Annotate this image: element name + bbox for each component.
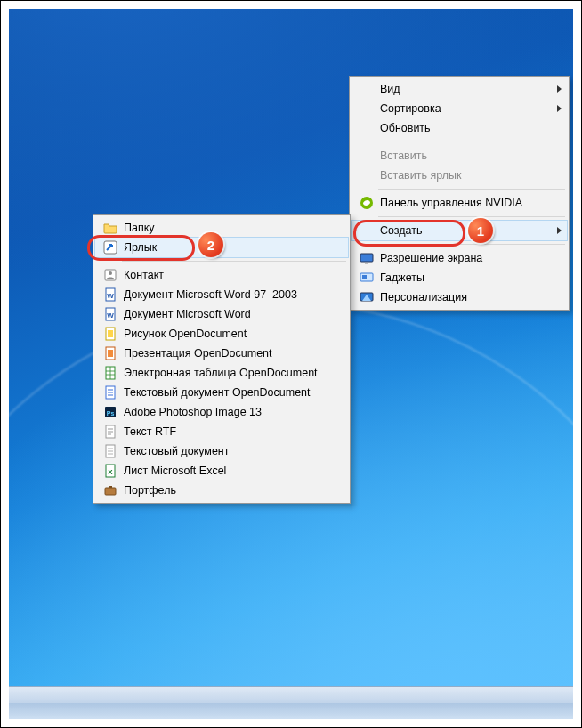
svg-rect-16 xyxy=(108,350,113,357)
submenu-item-word97[interactable]: W Документ Microsoft Word 97–2003 xyxy=(95,285,348,304)
submenu-item-label: Контакт xyxy=(120,269,164,281)
submenu-item-word[interactable]: W Документ Microsoft Word xyxy=(95,304,348,324)
menu-item-label: Вставить ярлык xyxy=(376,169,462,182)
submenu-item-label: Текстовый документ xyxy=(120,445,230,457)
submenu-item-od-draw[interactable]: Рисунок OpenDocument xyxy=(95,324,348,344)
svg-rect-26 xyxy=(109,486,112,488)
submenu-item-txt[interactable]: Текстовый документ xyxy=(95,441,348,461)
svg-rect-2 xyxy=(365,263,368,264)
submenu-item-od-pres[interactable]: Презентация OpenDocument xyxy=(95,344,348,363)
submenu-item-label: Папку xyxy=(120,222,155,234)
menu-item-label: Создать xyxy=(376,224,423,237)
submenu-item-xls[interactable]: X Лист Microsoft Excel xyxy=(95,461,348,481)
opendocument-spreadsheet-icon xyxy=(103,366,117,380)
submenu-item-label: Документ Microsoft Word 97–2003 xyxy=(120,288,297,301)
submenu-arrow-icon xyxy=(557,105,562,112)
svg-rect-1 xyxy=(360,254,373,262)
nvidia-icon xyxy=(360,196,374,210)
menu-item-personalization[interactable]: Персонализация xyxy=(352,287,567,307)
submenu-item-label: Электронная таблица OpenDocument xyxy=(120,367,318,379)
submenu-arrow-icon xyxy=(557,227,562,234)
opendocument-drawing-icon xyxy=(103,327,117,341)
submenu-item-od-text[interactable]: Текстовый документ OpenDocument xyxy=(95,383,348,402)
menu-item-paste-shortcut: Вставить ярлык xyxy=(352,166,567,185)
menu-item-refresh[interactable]: Обновить xyxy=(352,118,567,138)
menu-separator xyxy=(122,261,346,262)
menu-item-gadgets[interactable]: Гаджеты xyxy=(352,268,567,287)
menu-item-label: Обновить xyxy=(376,122,431,134)
menu-item-label: Персонализация xyxy=(376,291,467,303)
menu-item-nvidia[interactable]: Панель управления NVIDIA xyxy=(352,193,567,213)
menu-separator xyxy=(378,142,565,142)
menu-item-label: Сортировка xyxy=(376,102,441,115)
rtf-icon xyxy=(103,425,117,439)
svg-text:W: W xyxy=(107,311,114,320)
submenu-arrow-icon xyxy=(557,85,562,93)
contact-icon xyxy=(103,268,117,282)
submenu-item-label: Портфель xyxy=(120,484,176,497)
menu-item-view[interactable]: Вид xyxy=(352,79,567,99)
desktop[interactable]: Вид Сортировка Обновить Вставить Вставит… xyxy=(9,9,573,719)
briefcase-icon xyxy=(103,483,117,497)
menu-item-label: Панель управления NVIDIA xyxy=(376,197,522,209)
submenu-item-shortcut[interactable]: Ярлык xyxy=(95,238,348,257)
submenu-item-label: Ярлык xyxy=(120,241,157,254)
menu-item-label: Вид xyxy=(376,83,400,95)
menu-item-label: Гаджеты xyxy=(376,271,424,284)
gadgets-icon xyxy=(360,271,374,285)
word-doc-icon: W xyxy=(103,307,117,321)
svg-rect-25 xyxy=(105,488,116,495)
photoshop-icon: Ps xyxy=(103,405,117,419)
submenu-item-contact[interactable]: Контакт xyxy=(95,265,348,285)
text-file-icon xyxy=(103,444,117,458)
submenu-item-label: Текстовый документ OpenDocument xyxy=(120,386,311,399)
svg-text:W: W xyxy=(107,292,114,300)
personalization-icon xyxy=(360,290,374,304)
submenu-item-od-sheet[interactable]: Электронная таблица OpenDocument xyxy=(95,363,348,383)
menu-item-create[interactable]: Создать xyxy=(352,221,567,240)
menu-separator xyxy=(378,189,565,190)
screen-resolution-icon xyxy=(360,251,374,265)
svg-text:X: X xyxy=(108,468,113,476)
menu-separator xyxy=(378,216,565,217)
shortcut-icon xyxy=(103,240,117,255)
menu-item-paste: Вставить xyxy=(352,146,567,166)
excel-icon: X xyxy=(103,464,117,478)
desktop-context-menu: Вид Сортировка Обновить Вставить Вставит… xyxy=(349,76,570,311)
menu-item-screen-resolution[interactable]: Разрешение экрана xyxy=(352,248,567,268)
submenu-item-label: Лист Microsoft Excel xyxy=(120,465,226,477)
create-submenu: Папку Ярлык Контакт W Документ Microsoft xyxy=(93,214,351,504)
menu-item-label: Разрешение экрана xyxy=(376,252,482,264)
opendocument-presentation-icon xyxy=(103,346,117,360)
submenu-item-rtf[interactable]: Текст RTF xyxy=(95,422,348,441)
submenu-item-label: Рисунок OpenDocument xyxy=(120,328,247,340)
submenu-item-label: Текст RTF xyxy=(120,425,176,438)
submenu-item-label: Презентация OpenDocument xyxy=(120,347,272,360)
svg-text:Ps: Ps xyxy=(107,410,115,417)
svg-rect-14 xyxy=(108,330,113,337)
submenu-item-psd[interactable]: Ps Adobe Photoshop Image 13 xyxy=(95,402,348,422)
menu-item-sort[interactable]: Сортировка xyxy=(352,99,567,118)
opendocument-text-icon xyxy=(103,385,117,400)
svg-rect-4 xyxy=(362,275,367,279)
submenu-item-briefcase[interactable]: Портфель xyxy=(95,481,348,500)
taskbar[interactable] xyxy=(9,686,573,719)
submenu-item-label: Adobe Photoshop Image 13 xyxy=(120,406,262,418)
submenu-item-folder[interactable]: Папку xyxy=(95,218,348,238)
submenu-item-label: Документ Microsoft Word xyxy=(120,308,251,320)
svg-point-8 xyxy=(109,271,112,275)
word-doc-icon: W xyxy=(103,287,117,302)
menu-separator xyxy=(378,244,565,245)
menu-item-label: Вставить xyxy=(376,150,427,162)
folder-icon xyxy=(103,221,117,235)
